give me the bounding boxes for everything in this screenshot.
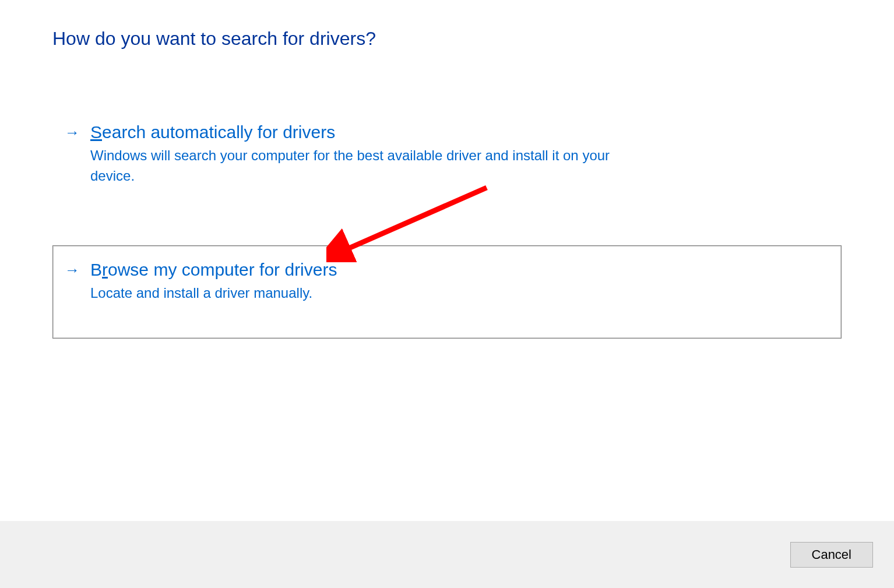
option-browse-computer[interactable]: → Browse my computer for drivers Locate … xyxy=(52,245,842,339)
option-title: Search automatically for drivers xyxy=(90,122,829,142)
arrow-right-icon: → xyxy=(65,124,80,142)
option-description: Locate and install a driver manually. xyxy=(90,283,644,304)
option-title: Browse my computer for drivers xyxy=(90,260,829,280)
option-text: Search automatically for drivers Windows… xyxy=(90,122,829,186)
cancel-button[interactable]: Cancel xyxy=(790,542,873,568)
dialog-content: How do you want to search for drivers? →… xyxy=(0,0,894,339)
option-text: Browse my computer for drivers Locate an… xyxy=(90,260,829,304)
dialog-footer: Cancel xyxy=(0,521,894,588)
arrow-right-icon: → xyxy=(65,261,80,279)
option-description: Windows will search your computer for th… xyxy=(90,146,644,186)
option-search-automatically[interactable]: → Search automatically for drivers Windo… xyxy=(52,108,842,205)
page-title: How do you want to search for drivers? xyxy=(52,28,842,50)
